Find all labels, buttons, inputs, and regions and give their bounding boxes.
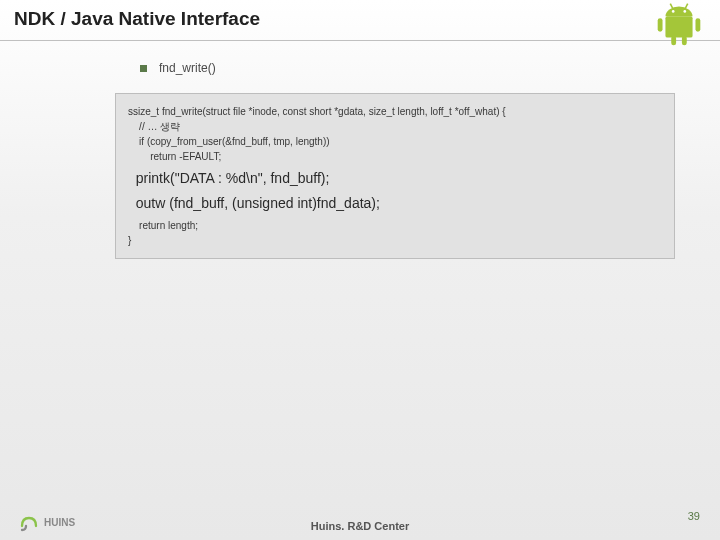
slide: NDK / Java Native Interface fnd_write() … (0, 0, 720, 540)
code-line: return length; (128, 218, 662, 233)
page-number: 39 (688, 510, 700, 522)
code-line: return -EFAULT; (128, 149, 662, 164)
code-line: } (128, 233, 662, 248)
code-block: ssize_t fnd_write(struct file *inode, co… (115, 93, 675, 259)
svg-rect-4 (682, 36, 687, 46)
svg-point-7 (672, 10, 675, 13)
bullet-label: fnd_write() (159, 61, 216, 75)
svg-rect-0 (665, 16, 692, 37)
slide-header: NDK / Java Native Interface (0, 0, 720, 41)
code-line: outw (fnd_buff, (unsigned int)fnd_data); (128, 193, 662, 214)
footer-center-text: Huins. R&D Center (311, 520, 409, 532)
svg-rect-2 (695, 18, 700, 32)
slide-title: NDK / Java Native Interface (14, 8, 706, 30)
svg-rect-3 (671, 36, 676, 46)
huins-logo-icon (18, 512, 40, 532)
android-icon (648, 0, 710, 48)
code-line: // … 생략 (128, 119, 662, 134)
svg-rect-1 (658, 18, 663, 32)
code-line: if (copy_from_user(&fnd_buff, tmp, lengt… (128, 134, 662, 149)
code-line: ssize_t fnd_write(struct file *inode, co… (128, 104, 662, 119)
code-line: printk("DATA : %d\n", fnd_buff); (128, 168, 662, 189)
svg-point-8 (683, 10, 686, 13)
slide-content: fnd_write() ssize_t fnd_write(struct fil… (0, 41, 720, 259)
huins-logo: HUINS (18, 512, 75, 532)
bullet-item: fnd_write() (140, 61, 670, 75)
bullet-square-icon (140, 65, 147, 72)
huins-logo-text: HUINS (44, 517, 75, 528)
slide-footer: HUINS Huins. R&D Center 39 (0, 512, 720, 532)
